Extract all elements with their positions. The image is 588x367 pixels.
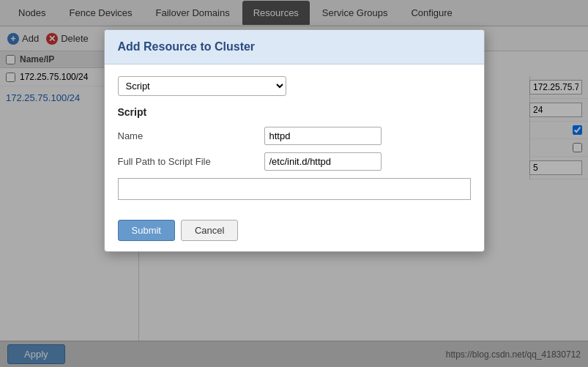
input-script-path[interactable] [264,152,382,171]
modal-textarea[interactable] [118,178,471,200]
modal-footer: Submit Cancel [105,214,484,251]
modal-header: Add Resource to Cluster [105,30,484,64]
submit-button[interactable]: Submit [118,220,175,241]
modal-body: Script IP Address NFS Mount Filesystem S… [105,64,484,214]
modal-label-path: Full Path to Script File [118,156,264,167]
modal-field-name: Name [118,127,471,145]
modal-title: Add Resource to Cluster [118,40,471,53]
add-resource-modal: Add Resource to Cluster Script IP Addres… [104,29,485,252]
input-name[interactable] [264,127,382,145]
modal-field-path: Full Path to Script File [118,152,471,171]
cancel-button[interactable]: Cancel [181,220,238,241]
resource-type-select[interactable]: Script IP Address NFS Mount Filesystem [118,76,286,96]
modal-label-name: Name [118,130,264,141]
modal-section-title: Script [118,106,471,118]
modal-overlay: Add Resource to Cluster Script IP Addres… [0,0,588,367]
